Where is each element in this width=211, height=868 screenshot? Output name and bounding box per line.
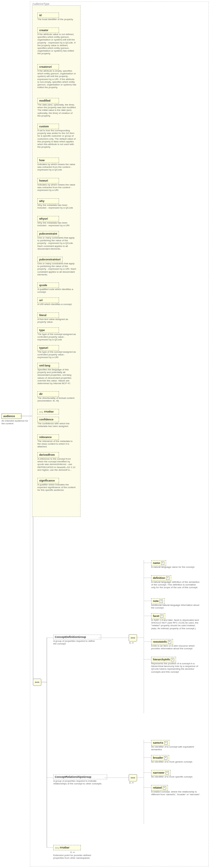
expand-icon[interactable]: + — [160, 615, 164, 618]
attribute-significance[interactable]: significance — [37, 478, 59, 483]
attribute-pubconstraint[interactable]: pubconstraint — [37, 231, 59, 237]
attribute-label: whyuri — [39, 217, 48, 220]
attribute-doc: The type of the concept assigned as cont… — [37, 350, 76, 359]
connector-dashed — [99, 638, 129, 638]
element-narrower[interactable]: narrower+ — [151, 770, 171, 776]
attribute-doc: A qualifier which indicates the expected… — [37, 483, 76, 492]
attribute-relevance[interactable]: relevance — [37, 434, 59, 440]
attribute-dir[interactable]: dir — [37, 391, 59, 397]
element-sameas[interactable]: sameAs+ — [151, 740, 169, 746]
expand-icon[interactable]: + — [164, 756, 167, 760]
element-remoteinfo[interactable]: remoteInfo+ — [151, 639, 173, 645]
attribute-how[interactable]: how — [37, 158, 59, 163]
attribute-label: modified — [39, 99, 50, 102]
attribute-doc: Indicates by which means the value was e… — [37, 183, 76, 192]
element-facet[interactable]: facet+ — [151, 613, 165, 619]
attribute-doc: The local identifier of the property. — [37, 18, 76, 21]
element-audience[interactable]: audience — [1, 413, 22, 419]
expand-icon[interactable]: + — [163, 786, 166, 789]
attribute-doc: The confidence with which the metadata h… — [37, 422, 76, 428]
element-label: audience — [3, 415, 15, 418]
attribute-label: why — [39, 199, 45, 203]
connector-dashed — [105, 777, 129, 778]
attribute-literal[interactable]: literal — [37, 312, 59, 318]
attribute-qcode[interactable]: qcode — [37, 283, 59, 288]
attribute-doc: A qualified code which identifies a conc… — [37, 288, 76, 293]
expand-icon[interactable]: + — [171, 658, 174, 661]
attribute-uri[interactable]: uri — [37, 298, 59, 303]
attribute-confidence[interactable]: confidence — [37, 417, 59, 422]
group-label: ConceptDefinitionGroup — [55, 636, 86, 639]
attribute-howuri[interactable]: howuri — [37, 178, 59, 183]
attribute-doc: Why the metadata has been included - exp… — [37, 204, 76, 209]
attribute-label: relevance — [39, 436, 52, 439]
attribute-label: type — [39, 329, 45, 332]
attribute-doc: The relevance of the metadata to the new… — [37, 440, 76, 448]
attribute-why[interactable]: why — [37, 198, 59, 204]
element-name[interactable]: name+ — [151, 560, 166, 566]
group-conceptrelationships[interactable]: ConceptRelationshipsGroup — [53, 775, 107, 779]
attribute-label: custom — [39, 125, 49, 128]
connector-dashed — [144, 601, 151, 601]
connector-dashed — [144, 787, 151, 788]
attribute-pubconstrainturi[interactable]: pubconstrainturi — [37, 257, 63, 262]
element-hierarchyinfo[interactable]: hierarchyInfo+ — [151, 657, 176, 662]
attribute-label: howuri — [39, 179, 48, 182]
element-broader[interactable]: broader+ — [151, 755, 169, 761]
attribute-other[interactable]: any##other — [37, 409, 59, 414]
attribute-custom[interactable]: custom — [37, 124, 59, 129]
attribute-typeuri[interactable]: typeuri — [37, 345, 59, 350]
element-doc: A natural language name for the concept. — [151, 566, 201, 568]
group-label: ConceptRelationshipsGroup — [55, 775, 91, 778]
multiplicity: 0..∞ — [129, 642, 134, 644]
expand-icon[interactable]: + — [166, 577, 169, 580]
attribute-label: literal — [39, 314, 46, 317]
element-extension-any[interactable]: any ##other — [53, 845, 81, 850]
sequence-rel — [129, 774, 137, 781]
element-definition[interactable]: definition+ — [151, 575, 171, 581]
expand-icon[interactable]: + — [164, 741, 168, 745]
attribute-type[interactable]: type — [37, 328, 59, 333]
element-label: definition — [153, 577, 165, 580]
attribute-creatoruri[interactable]: creatoruri — [37, 64, 59, 69]
element-doc: In NAR 1.8 and later, facet is deprecate… — [151, 619, 201, 630]
connector-dashed — [144, 742, 151, 743]
element-note[interactable]: note+ — [151, 598, 165, 604]
element-doc: A natural language definition of the sem… — [151, 581, 201, 589]
element-doc: A related concept, where the relationshi… — [151, 790, 201, 796]
attribute-label: how — [39, 159, 45, 162]
attribute-label: pubconstrainturi — [39, 258, 61, 261]
element-doc: An intended audience for the content. — [1, 420, 28, 425]
multiplicity: 0..∞ — [129, 781, 134, 784]
attribute-doc: A free-text value assigned as property v… — [37, 318, 76, 323]
attribute-xmllang[interactable]: xml:lang — [37, 363, 59, 368]
expand-icon[interactable]: + — [168, 640, 171, 644]
connector-dashed — [47, 638, 53, 638]
group-conceptdefinition[interactable]: ConceptDefinitionGroup — [53, 634, 101, 640]
attribute-derivedfrom[interactable]: derivedfrom — [37, 452, 59, 458]
element-related[interactable]: related+ — [151, 785, 168, 791]
sequence-main — [33, 679, 41, 686]
expand-icon[interactable]: + — [161, 561, 164, 565]
attribute-label: ##other — [44, 410, 54, 413]
element-label: narrower — [153, 771, 165, 774]
connector-dashed — [144, 642, 151, 642]
attribute-modified[interactable]: modified — [37, 98, 59, 103]
attribute-label: dir — [39, 393, 43, 396]
connector-dashed — [47, 847, 53, 848]
type-header: AudienceType — [32, 2, 49, 5]
attribute-id[interactable]: id — [37, 12, 59, 18]
element-doc: Represents the position of a concept in … — [151, 662, 201, 673]
attribute-label: pubconstraint — [39, 232, 57, 235]
attribute-label: derivedfrom — [39, 453, 55, 456]
attribute-whyuri[interactable]: whyuri — [37, 216, 59, 221]
expand-icon[interactable]: + — [166, 771, 169, 775]
element-label: hierarchyInfo — [153, 658, 170, 661]
attribute-creator[interactable]: creator — [37, 28, 59, 33]
expand-icon[interactable]: + — [160, 599, 163, 603]
attribute-label: uri — [39, 299, 43, 302]
element-doc: An identifier of a more specific concept… — [151, 775, 201, 778]
element-label: ##other — [60, 846, 69, 849]
attribute-doc: If the attribute is empty, specifies whi… — [37, 69, 76, 89]
connector-dashed — [137, 638, 144, 638]
